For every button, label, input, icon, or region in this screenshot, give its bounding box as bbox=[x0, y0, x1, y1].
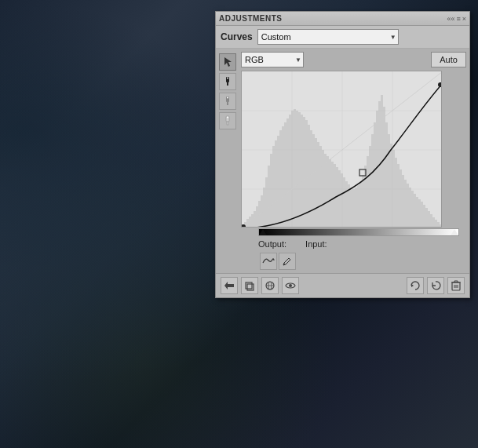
svg-rect-92 bbox=[421, 202, 423, 228]
svg-point-2 bbox=[227, 78, 228, 79]
clip-icon bbox=[244, 280, 255, 291]
svg-rect-49 bbox=[319, 146, 322, 228]
svg-rect-80 bbox=[392, 150, 395, 228]
channel-select[interactable]: RGB Red Green Blue bbox=[241, 52, 304, 67]
svg-rect-52 bbox=[327, 156, 329, 228]
clip-button[interactable] bbox=[241, 277, 258, 294]
delete-button[interactable] bbox=[447, 277, 465, 294]
svg-rect-82 bbox=[397, 164, 400, 228]
white-eyedropper-button[interactable] bbox=[219, 112, 236, 129]
svg-point-112 bbox=[289, 284, 292, 287]
white-eyedropper-icon bbox=[222, 115, 233, 126]
svg-rect-31 bbox=[277, 136, 279, 228]
curve-canvas[interactable] bbox=[241, 71, 442, 228]
svg-rect-53 bbox=[329, 159, 331, 228]
back-icon bbox=[224, 281, 235, 290]
wave-tool-button[interactable] bbox=[260, 253, 277, 270]
svg-rect-45 bbox=[310, 130, 312, 228]
reset-button[interactable] bbox=[427, 277, 444, 294]
svg-rect-78 bbox=[388, 134, 390, 228]
svg-rect-38 bbox=[294, 109, 296, 228]
black-eyedropper-icon bbox=[222, 76, 233, 87]
left-tools bbox=[219, 52, 238, 270]
svg-rect-57 bbox=[338, 170, 341, 228]
refresh-button[interactable] bbox=[407, 277, 424, 294]
svg-rect-96 bbox=[430, 214, 432, 228]
svg-rect-4 bbox=[227, 102, 228, 105]
globe-icon bbox=[265, 280, 275, 291]
curve-tools-row bbox=[241, 253, 466, 270]
svg-rect-48 bbox=[317, 142, 319, 228]
svg-rect-51 bbox=[324, 154, 327, 228]
svg-rect-89 bbox=[414, 194, 416, 228]
svg-rect-7 bbox=[227, 122, 228, 125]
wave-icon bbox=[262, 256, 275, 267]
svg-rect-46 bbox=[312, 134, 315, 228]
panel-header: Curves Custom Default Linear Contrast Me… bbox=[216, 26, 469, 49]
svg-rect-39 bbox=[296, 111, 298, 228]
svg-line-105 bbox=[289, 258, 290, 260]
svg-point-5 bbox=[227, 97, 228, 99]
bottom-toolbar bbox=[216, 273, 469, 297]
svg-rect-88 bbox=[411, 191, 414, 228]
svg-rect-86 bbox=[407, 184, 409, 228]
svg-rect-58 bbox=[341, 173, 343, 228]
svg-marker-113 bbox=[411, 284, 414, 287]
gray-eyedropper-icon bbox=[222, 96, 233, 107]
close-icon[interactable]: × bbox=[462, 15, 466, 23]
panel-header-left: Curves Custom Default Linear Contrast Me… bbox=[221, 29, 399, 45]
gray-eyedropper-button[interactable] bbox=[219, 93, 236, 110]
svg-rect-37 bbox=[291, 111, 294, 228]
preset-select[interactable]: Custom Default Linear Contrast Medium Co… bbox=[257, 29, 399, 45]
panel-title-icons: «« ≡ × bbox=[447, 15, 466, 23]
panel-body: RGB Red Green Blue ▼ Auto bbox=[216, 49, 469, 273]
svg-rect-32 bbox=[279, 130, 282, 228]
svg-rect-93 bbox=[423, 205, 425, 228]
white-point-slider[interactable] bbox=[451, 229, 458, 235]
svg-rect-91 bbox=[418, 199, 421, 228]
svg-rect-50 bbox=[322, 150, 324, 228]
globe-button[interactable] bbox=[261, 277, 279, 294]
svg-rect-28 bbox=[270, 154, 272, 228]
svg-rect-43 bbox=[305, 120, 308, 228]
pencil-tool-button[interactable] bbox=[279, 253, 296, 270]
svg-rect-60 bbox=[345, 181, 348, 228]
svg-rect-98 bbox=[435, 220, 437, 228]
curve-svg bbox=[242, 71, 442, 228]
svg-rect-84 bbox=[402, 175, 404, 228]
eye-icon bbox=[285, 281, 296, 290]
eye-button[interactable] bbox=[282, 277, 299, 294]
svg-rect-55 bbox=[334, 164, 336, 228]
black-eyedropper-button[interactable] bbox=[219, 73, 236, 90]
svg-rect-33 bbox=[282, 126, 284, 228]
svg-rect-90 bbox=[416, 197, 418, 228]
svg-rect-85 bbox=[404, 180, 407, 228]
svg-rect-59 bbox=[343, 177, 345, 228]
input-gradient-bar bbox=[258, 228, 459, 236]
svg-rect-64 bbox=[355, 188, 357, 228]
svg-rect-36 bbox=[289, 115, 291, 228]
menu-icon[interactable]: ≡ bbox=[456, 15, 460, 23]
svg-rect-47 bbox=[315, 138, 317, 228]
collapse-icon[interactable]: «« bbox=[447, 15, 454, 23]
curves-label: Curves bbox=[221, 31, 253, 42]
svg-rect-62 bbox=[350, 188, 352, 228]
svg-rect-63 bbox=[352, 189, 355, 228]
svg-rect-29 bbox=[272, 146, 275, 228]
auto-button[interactable]: Auto bbox=[431, 52, 466, 67]
svg-rect-95 bbox=[428, 211, 430, 228]
black-point-slider[interactable] bbox=[259, 229, 267, 235]
svg-rect-27 bbox=[268, 166, 270, 228]
channel-select-wrapper: RGB Red Green Blue ▼ bbox=[241, 52, 304, 67]
panel-title: ADJUSTMENTS bbox=[219, 14, 283, 23]
back-button[interactable] bbox=[221, 277, 238, 294]
svg-marker-106 bbox=[224, 282, 234, 290]
svg-rect-94 bbox=[425, 208, 428, 228]
svg-rect-87 bbox=[409, 188, 411, 228]
output-label: Output: bbox=[258, 239, 286, 249]
svg-rect-100 bbox=[440, 224, 442, 228]
svg-rect-24 bbox=[261, 195, 263, 228]
svg-rect-66 bbox=[359, 181, 362, 228]
svg-rect-1 bbox=[227, 82, 228, 86]
pointer-tool-button[interactable] bbox=[219, 53, 236, 71]
